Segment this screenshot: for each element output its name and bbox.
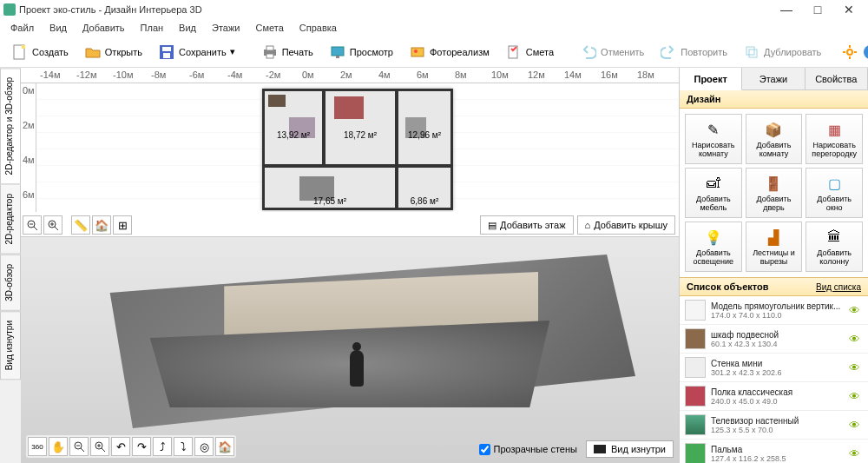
tilt-down-button[interactable]: ⤵ [174,437,193,456]
cube-icon: 📦 [764,120,783,139]
list-item[interactable]: Полка классическая240.0 x 45.0 x 49.0👁 [680,382,868,411]
add-door-button[interactable]: 🚪Добавить дверь [746,168,803,218]
home-3d-button[interactable]: 🏠 [215,437,234,456]
titlebar: Проект эко-стиль - Дизайн Интерьера 3D —… [0,0,868,19]
list-item[interactable]: шкаф подвесной60.1 x 42.3 x 130.4👁 [680,325,868,354]
open-button[interactable]: Открыть [78,39,148,65]
menu-plan[interactable]: План [134,21,171,35]
menu-add[interactable]: Добавить [76,21,132,35]
monitor-icon [329,43,346,61]
stairs-icon: ▟ [764,228,783,247]
ruler-vertical: 0м 2м 4м 6м [21,83,36,212]
svg-line-23 [34,227,37,230]
app-icon [3,3,16,16]
add-floor-button[interactable]: ▤Добавить этаж [480,215,573,235]
create-button[interactable]: Создать [5,39,75,65]
add-room-button[interactable]: 📦Добавить комнату [746,114,803,164]
minimize-button[interactable]: — [771,0,802,19]
save-button[interactable]: Сохранить ▾ [152,39,241,65]
svg-line-30 [81,448,84,452]
redo-icon [660,43,677,61]
svg-rect-13 [746,47,754,55]
menu-floors[interactable]: Этажи [205,21,247,35]
svg-line-26 [55,227,58,230]
ruler-button[interactable]: 📏 [71,215,90,235]
draw-partition-button[interactable]: ▦Нарисовать перегородку [806,114,863,164]
photo-icon [409,43,426,61]
svg-rect-6 [266,46,273,50]
left-tabs: 2D-редактор и 3D-обзор 2D-редактор 3D-об… [0,68,21,463]
svg-line-33 [102,448,105,452]
right-panel: Проект Этажи Свойства Дизайн ✎Нарисовать… [679,68,868,463]
pan-button[interactable]: ✋ [49,437,68,456]
tab-properties[interactable]: Свойства [806,68,868,89]
print-button[interactable]: Печать [255,39,319,65]
view-3d[interactable]: 360 ✋ ↶ ↷ ⤴ ⤵ ◎ 🏠 Прозрачные стены Вид и… [21,237,679,463]
menu-file[interactable]: Файл [3,21,41,35]
rotate-right-button[interactable]: ↷ [132,437,151,456]
toolbar: Создать Открыть Сохранить ▾ Печать Просм… [0,36,868,68]
tab-floors[interactable]: Этажи [742,68,805,89]
menu-view[interactable]: Вид [43,21,74,35]
draw-room-button[interactable]: ✎Нарисовать комнату [685,114,742,164]
maximize-button[interactable]: □ [802,0,833,19]
rotate-left-button[interactable]: ↶ [111,437,130,456]
menu-help[interactable]: Справка [293,21,344,35]
home-button[interactable]: 🏠 [92,215,111,235]
tab-project[interactable]: Проект [680,68,742,90]
menu-estimate[interactable]: Смета [248,21,290,35]
help-button[interactable]: ? [862,43,868,61]
orbit-360-button[interactable]: 360 [28,437,47,456]
svg-rect-3 [162,47,171,51]
grid-button[interactable]: ⊞ [113,215,132,235]
stairs-button[interactable]: ▟Лестницы и вырезы [746,222,803,272]
view-2d[interactable]: -14м -12м -10м -8м -6м -4м -2м 0м 2м 4м … [21,68,679,237]
zoom-out-button[interactable] [23,215,42,235]
list-view-link[interactable]: Вид списка [816,282,861,292]
pencil-icon: ✎ [704,120,723,139]
floor-plan[interactable]: 13,92 м² 18,72 м² 12,96 м² 17,65 м² 6,86… [262,89,453,210]
zoom-in-button[interactable] [43,215,62,235]
menu-view2[interactable]: Вид [172,21,203,35]
add-furniture-button[interactable]: 🛋Добавить мебель [685,168,742,218]
tab-2d-3d[interactable]: 2D-редактор и 3D-обзор [0,68,21,184]
zoom-in-3d-button[interactable] [90,437,109,456]
list-item[interactable]: Пальма127.4 x 116.2 x 258.5👁 [680,440,868,463]
list-item[interactable]: Стенка мини301.2 x 42.3 x 202.6👁 [680,354,868,382]
reset-view-button[interactable]: ◎ [194,437,214,456]
svg-rect-14 [749,50,757,57]
list-item[interactable]: Модель прямоугольник вертик...174.0 x 74… [680,296,868,325]
zoom-out-3d-button[interactable] [69,437,89,456]
column-icon: 🏛 [825,228,844,247]
printer-icon [261,43,279,61]
photorealism-button[interactable]: Фотореализм [403,39,496,65]
add-roof-button[interactable]: ⌂Добавить крышу [577,215,676,235]
estimate-icon [505,43,523,61]
tab-inside[interactable]: Вид изнутри [0,311,21,380]
visibility-icon[interactable]: 👁 [849,419,863,432]
tab-3d[interactable]: 3D-обзор [0,255,21,311]
close-button[interactable]: ✕ [833,0,865,19]
add-window-button[interactable]: ▢Добавить окно [806,168,863,218]
tab-2d[interactable]: 2D-редактор [0,184,21,255]
duplicate-button[interactable]: Дублировать [737,39,827,65]
list-item[interactable]: Телевизор настенный125.3 x 5.5 x 70.0👁 [680,411,868,440]
inside-view-button[interactable]: Вид изнутри [586,440,674,458]
undo-button[interactable]: Отменить [574,39,650,65]
visibility-icon[interactable]: 👁 [849,447,863,460]
door-icon: 🚪 [764,174,783,193]
visibility-icon[interactable]: 👁 [849,304,863,317]
visibility-icon[interactable]: 👁 [849,390,863,403]
add-column-button[interactable]: 🏛Добавить колонну [806,222,863,272]
svg-point-15 [847,50,852,55]
redo-button[interactable]: Повторить [654,39,733,65]
tilt-up-button[interactable]: ⤴ [153,437,172,456]
estimate-button[interactable]: Смета [499,39,560,65]
object-list[interactable]: Модель прямоугольник вертик...174.0 x 74… [680,296,868,463]
settings-button[interactable] [841,43,858,61]
add-lighting-button[interactable]: 💡Добавить освещение [685,222,742,272]
visibility-icon[interactable]: 👁 [849,333,863,346]
transparent-walls-checkbox[interactable]: Прозрачные стены [479,444,577,455]
preview-button[interactable]: Просмотр [323,39,399,65]
visibility-icon[interactable]: 👁 [849,361,863,374]
